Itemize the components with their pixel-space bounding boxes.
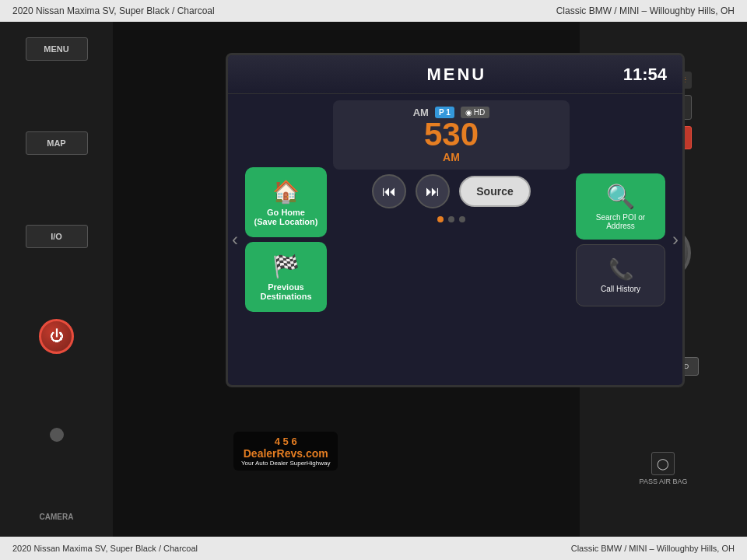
io-button[interactable]: I/O [26,225,88,248]
dot-3 [459,216,465,222]
infotainment-screen: MENU 11:54 ‹ 🏠 Go Home(Save Location) 🏁 [226,53,685,387]
search-poi-button[interactable]: 🔍 Search POI orAddress [576,173,665,240]
home-icon: 🏠 [272,179,300,205]
menu-button[interactable]: MENU [26,37,88,61]
screen-title: MENU [426,65,486,85]
screen-inner: ‹ 🏠 Go Home(Save Location) 🏁 PreviousDes… [228,94,682,385]
camera-indicator [50,428,64,442]
watermark-tagline: Your Auto Dealer SuperHighway [241,460,330,467]
top-bar: 2020 Nissan Maxima SV, Super Black / Cha… [0,0,747,22]
skip-back-button[interactable]: ⏮ [372,174,406,208]
watermark-brand: DealerRevs.com [241,447,330,460]
bottom-bar-left: 2020 Nissan Maxima SV, Super Black / Cha… [12,544,198,553]
page-indicator [333,213,570,226]
dot-2 [448,216,454,222]
map-button[interactable]: MAP [26,131,88,155]
phone-icon: 📞 [608,257,633,282]
airbag-icon-box: ◯ [651,452,675,475]
right-section: 🔍 Search POI orAddress 📞 Call History › [573,94,682,385]
right-icon-buttons: 🔍 Search POI orAddress 📞 Call History [573,167,668,313]
source-button[interactable]: Source [459,176,530,207]
top-bar-right: Classic BMW / MINI – Willoughby Hills, O… [556,5,735,16]
watermark-numbers: 4 5 6 [241,436,330,447]
search-poi-label: Search POI orAddress [596,213,645,230]
airbag-icon: ◯ [657,457,669,470]
prev-dest-label: PreviousDestinations [260,282,311,301]
screen-time: 11:54 [623,65,667,85]
bottom-bar: 2020 Nissan Maxima SV, Super Black / Cha… [0,537,747,560]
physical-left-controls: MENU MAP I/O ⏻ CAMERA [0,22,113,537]
top-bar-left: 2020 Nissan Maxima SV, Super Black / Cha… [12,5,215,16]
bottom-bar-right: Classic BMW / MINI – Willoughby Hills, O… [571,544,735,553]
pass-airbag-label: PASS AIR BAG [640,478,688,487]
bottom-nav-bar: 📞 Phone ℹ Info ♪ Audio 🏠 MENU ▲ Map [228,385,682,387]
camera-label: CAMERA [40,513,74,521]
center-section: AM P 1 ◉ HD 530 AM ⏮ ⏭ [330,94,573,385]
screen-area: MENU 11:54 ‹ 🏠 Go Home(Save Location) 🏁 [113,22,580,537]
call-history-label: Call History [601,285,640,293]
search-icon: 🔍 [606,183,635,210]
main-container: MENU MAP I/O ⏻ CAMERA MENU 11:54 ‹ [0,22,747,537]
nav-right-arrow[interactable]: › [668,229,682,250]
media-controls: ⏮ ⏭ Source [333,174,570,208]
left-section: ‹ 🏠 Go Home(Save Location) 🏁 PreviousDes… [228,94,330,385]
flag-icon: 🏁 [272,254,300,279]
go-home-button[interactable]: 🏠 Go Home(Save Location) [245,167,327,237]
nav-left-arrow[interactable]: ‹ [228,229,242,250]
pass-airbag-indicator: ◯ PASS AIR BAG [640,452,688,487]
frequency-unit: AM [443,151,460,163]
frequency-display: 530 [424,118,479,151]
go-home-label: Go Home(Save Location) [254,208,318,226]
left-icon-buttons: 🏠 Go Home(Save Location) 🏁 PreviousDesti… [242,161,330,318]
skip-forward-button[interactable]: ⏭ [416,174,450,208]
call-history-button[interactable]: 📞 Call History [576,244,665,306]
power-button[interactable]: ⏻ [39,319,74,354]
dot-1 [437,216,444,222]
prev-destinations-button[interactable]: 🏁 PreviousDestinations [245,242,327,312]
radio-section: AM P 1 ◉ HD 530 AM [333,100,570,170]
screen-header: MENU 11:54 [228,55,682,94]
watermark: 4 5 6 DealerRevs.com Your Auto Dealer Su… [233,432,338,471]
